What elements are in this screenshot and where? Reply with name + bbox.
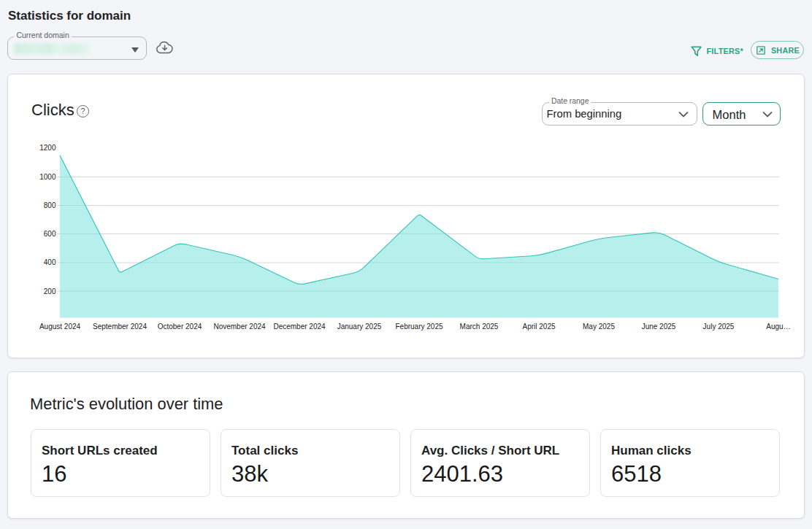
svg-text:200: 200 bbox=[44, 287, 56, 296]
svg-text:April 2025: April 2025 bbox=[522, 323, 555, 331]
svg-text:1200: 1200 bbox=[39, 144, 56, 152]
svg-text:1000: 1000 bbox=[39, 173, 56, 181]
svg-text:February 2025: February 2025 bbox=[395, 323, 443, 331]
svg-text:May 2025: May 2025 bbox=[583, 323, 615, 331]
svg-text:800: 800 bbox=[44, 201, 56, 209]
svg-text:September 2024: September 2024 bbox=[93, 323, 147, 331]
svg-text:October 2024: October 2024 bbox=[158, 323, 202, 331]
svg-text:600: 600 bbox=[44, 230, 56, 238]
svg-text:400: 400 bbox=[44, 258, 56, 266]
svg-text:August 2024: August 2024 bbox=[39, 323, 81, 331]
svg-text:June 2025: June 2025 bbox=[642, 323, 676, 331]
svg-text:November 2024: November 2024 bbox=[213, 323, 266, 331]
svg-text:January 2025: January 2025 bbox=[337, 323, 382, 331]
svg-text:Augu…: Augu… bbox=[766, 323, 790, 331]
svg-text:March 2025: March 2025 bbox=[460, 323, 499, 331]
svg-text:July 2025: July 2025 bbox=[703, 323, 735, 331]
svg-text:December 2024: December 2024 bbox=[273, 323, 326, 331]
